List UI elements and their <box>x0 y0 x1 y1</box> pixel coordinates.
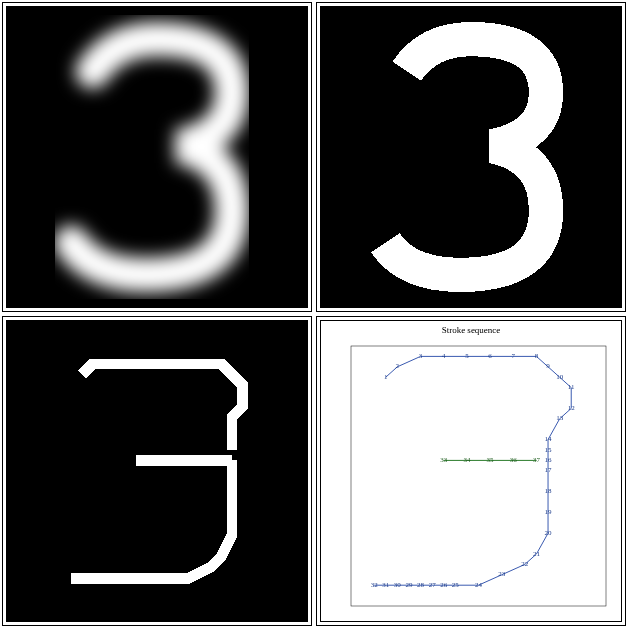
svg-text:19: 19 <box>545 508 553 516</box>
panel-skeleton <box>2 316 312 626</box>
svg-text:7: 7 <box>512 352 516 360</box>
svg-text:6: 6 <box>488 352 492 360</box>
svg-text:17: 17 <box>545 466 553 474</box>
svg-text:14: 14 <box>545 435 553 443</box>
svg-text:36: 36 <box>510 456 518 464</box>
stroke-sequence-plot: Stroke sequence1234567891011121314151617… <box>320 320 622 622</box>
grayscale-digit-image <box>6 6 308 308</box>
panel-binary <box>316 2 626 312</box>
svg-text:12: 12 <box>568 404 576 412</box>
svg-text:21: 21 <box>533 550 541 558</box>
svg-text:22: 22 <box>521 560 529 568</box>
svg-text:4: 4 <box>442 352 446 360</box>
svg-text:25: 25 <box>452 581 460 589</box>
svg-text:32: 32 <box>371 581 379 589</box>
svg-text:34: 34 <box>463 456 471 464</box>
svg-text:24: 24 <box>475 581 483 589</box>
svg-text:26: 26 <box>440 581 448 589</box>
svg-text:20: 20 <box>545 529 553 537</box>
svg-text:5: 5 <box>465 352 469 360</box>
svg-text:18: 18 <box>545 487 553 495</box>
panel-grayscale <box>2 2 312 312</box>
svg-text:16: 16 <box>545 456 553 464</box>
svg-text:37: 37 <box>533 456 541 464</box>
svg-text:9: 9 <box>546 362 550 370</box>
svg-text:8: 8 <box>535 352 539 360</box>
svg-text:33: 33 <box>440 456 448 464</box>
panel-stroke-sequence: Stroke sequence1234567891011121314151617… <box>316 316 626 626</box>
svg-text:30: 30 <box>394 581 402 589</box>
svg-text:3: 3 <box>419 352 423 360</box>
svg-text:35: 35 <box>487 456 495 464</box>
svg-text:23: 23 <box>498 570 506 578</box>
svg-text:1: 1 <box>384 373 388 381</box>
svg-text:2: 2 <box>396 362 400 370</box>
svg-text:13: 13 <box>556 414 564 422</box>
svg-text:31: 31 <box>382 581 390 589</box>
svg-text:11: 11 <box>568 383 575 391</box>
svg-text:27: 27 <box>429 581 437 589</box>
svg-text:Stroke sequence: Stroke sequence <box>442 325 501 335</box>
svg-text:15: 15 <box>545 446 553 454</box>
svg-text:28: 28 <box>417 581 425 589</box>
svg-text:10: 10 <box>556 373 564 381</box>
skeleton-digit-image <box>6 320 308 622</box>
binary-digit-image <box>320 6 622 308</box>
svg-text:29: 29 <box>405 581 413 589</box>
